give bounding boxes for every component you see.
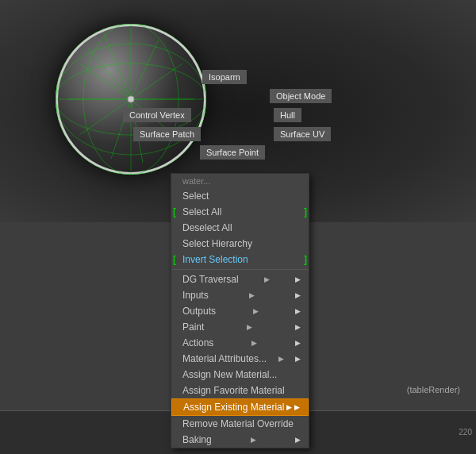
arrow-icon: ▶	[253, 307, 259, 315]
menu-actions[interactable]: Actions ▶	[171, 335, 309, 351]
hull-button[interactable]: Hull	[274, 108, 301, 122]
menu-paint[interactable]: Paint ▶	[171, 319, 309, 335]
menu-water-item: water...	[171, 174, 309, 188]
menu-select-hierarchy[interactable]: Select Hierarchy	[171, 236, 309, 252]
menu-material-attributes[interactable]: Material Attributes... ▶	[171, 351, 309, 367]
arrow-icon: ▶	[264, 275, 270, 283]
arrow-icon: ▶	[251, 436, 256, 444]
menu-select-all[interactable]: Select All	[171, 204, 309, 220]
viewport: Isoparm Object Mode Control Vertex Hull …	[0, 0, 476, 454]
object-label: (tableRender)	[407, 385, 460, 394]
surface-point-button[interactable]: Surface Point	[200, 145, 265, 160]
menu-inputs[interactable]: Inputs ▶	[171, 287, 309, 303]
object-mode-button[interactable]: Object Mode	[270, 89, 332, 103]
surface-patch-button[interactable]: Surface Patch	[133, 127, 201, 141]
menu-deselect-all[interactable]: Deselect All	[171, 220, 309, 236]
frame-indicator: 220	[459, 428, 472, 437]
menu-outputs[interactable]: Outputs ▶	[171, 303, 309, 319]
isoparm-button[interactable]: Isoparm	[202, 70, 247, 84]
menu-invert-selection[interactable]: Invert Selection	[171, 252, 309, 267]
context-menu: water... Select Select All Deselect All …	[171, 173, 309, 448]
menu-assign-new-material[interactable]: Assign New Material...	[171, 367, 309, 383]
arrow-icon: ▶	[278, 355, 284, 363]
menu-assign-favorite-material[interactable]: Assign Favorite Material	[171, 383, 309, 398]
menu-dg-traversal[interactable]: DG Traversal ▶	[171, 271, 309, 287]
svg-line-9	[131, 63, 182, 99]
svg-line-8	[131, 40, 159, 99]
svg-point-17	[128, 96, 134, 102]
menu-baking[interactable]: Baking ▶	[171, 432, 309, 448]
surface-uv-button[interactable]: Surface UV	[274, 127, 331, 141]
menu-assign-existing-material[interactable]: Assign Existing Material ▶	[171, 398, 309, 416]
arrow-icon: ▶	[286, 403, 292, 411]
arrow-icon: ▶	[247, 323, 252, 331]
sphere-wireframe	[56, 24, 206, 175]
sphere-object	[48, 16, 222, 190]
control-vertex-button[interactable]: Control Vertex	[123, 108, 191, 122]
menu-separator-1	[171, 269, 309, 270]
menu-select[interactable]: Select	[171, 188, 309, 204]
arrow-icon: ▶	[249, 291, 255, 299]
arrow-icon: ▶	[251, 339, 257, 347]
menu-remove-material-override[interactable]: Remove Material Override	[171, 416, 309, 432]
